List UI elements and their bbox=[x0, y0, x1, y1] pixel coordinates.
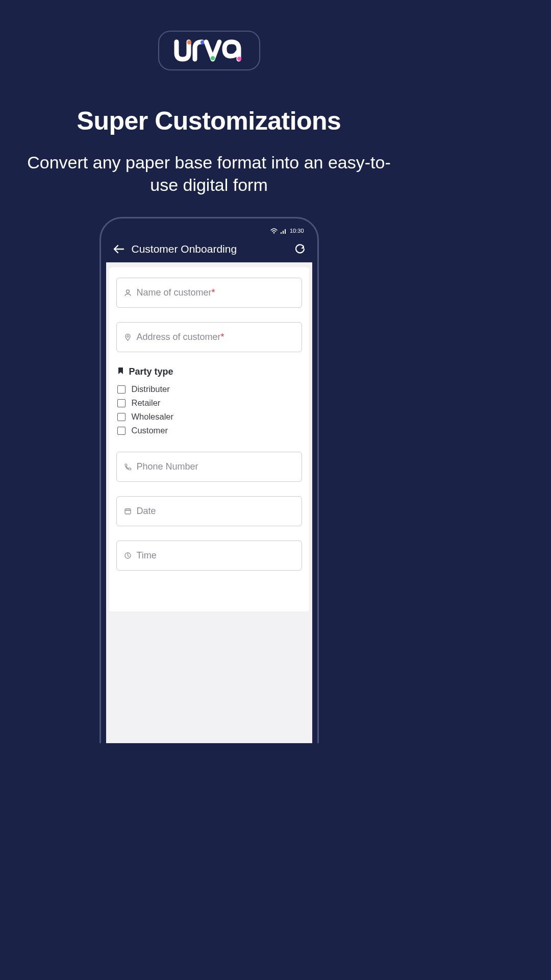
phone-field[interactable]: Phone Number bbox=[116, 452, 302, 482]
party-type-option-customer[interactable]: Customer bbox=[117, 424, 302, 437]
phone-screen: 10:30 Customer Onboarding bbox=[106, 224, 312, 743]
status-bar: 10:30 bbox=[106, 224, 312, 238]
party-type-option-retailer[interactable]: Retailer bbox=[117, 396, 302, 410]
svg-rect-6 bbox=[283, 231, 284, 234]
wifi-icon bbox=[270, 228, 278, 234]
svg-rect-7 bbox=[285, 229, 286, 234]
back-button[interactable] bbox=[113, 244, 124, 254]
time-field[interactable]: Time bbox=[116, 541, 302, 571]
checkbox-icon bbox=[117, 427, 126, 435]
screen-title: Customer Onboarding bbox=[132, 243, 288, 255]
app-header: Customer Onboarding bbox=[106, 238, 312, 262]
phone-placeholder: Phone Number bbox=[137, 461, 198, 472]
urva-logo-icon bbox=[173, 39, 245, 62]
status-time: 10:30 bbox=[290, 228, 304, 234]
option-label: Customer bbox=[132, 426, 168, 435]
hero-subheadline: Convert any paper base format into an ea… bbox=[0, 151, 418, 196]
option-label: Wholesaler bbox=[132, 412, 174, 422]
svg-rect-10 bbox=[125, 509, 131, 514]
hero-headline: Super Customizations bbox=[0, 106, 418, 136]
refresh-icon bbox=[295, 244, 305, 254]
svg-point-8 bbox=[126, 290, 129, 293]
party-type-header: Party type bbox=[116, 366, 302, 377]
address-field[interactable]: Address of customer* bbox=[116, 322, 302, 352]
option-label: Distributer bbox=[132, 384, 170, 394]
svg-point-0 bbox=[187, 40, 191, 44]
svg-point-3 bbox=[237, 57, 241, 61]
location-icon bbox=[124, 333, 132, 341]
party-type-option-distributer[interactable]: Distributer bbox=[117, 382, 302, 396]
checkbox-icon bbox=[117, 385, 126, 394]
checkbox-icon bbox=[117, 399, 126, 407]
time-placeholder: Time bbox=[137, 550, 157, 561]
refresh-button[interactable] bbox=[295, 244, 305, 254]
back-arrow-icon bbox=[113, 244, 124, 254]
svg-rect-5 bbox=[281, 232, 282, 234]
bookmark-icon bbox=[117, 367, 124, 377]
svg-point-9 bbox=[127, 335, 128, 337]
checkbox-icon bbox=[117, 413, 126, 421]
person-icon bbox=[124, 289, 132, 297]
svg-point-4 bbox=[273, 233, 274, 234]
brand-logo bbox=[158, 31, 260, 70]
form-container: Name of customer* Address of customer* bbox=[106, 262, 312, 743]
date-placeholder: Date bbox=[137, 506, 156, 517]
name-placeholder: Name of customer* bbox=[137, 287, 215, 298]
svg-point-2 bbox=[211, 56, 215, 60]
signal-icon bbox=[280, 228, 287, 234]
form-card: Name of customer* Address of customer* bbox=[109, 267, 309, 611]
party-type-option-wholesaler[interactable]: Wholesaler bbox=[117, 410, 302, 424]
clock-icon bbox=[124, 552, 132, 559]
address-placeholder: Address of customer* bbox=[137, 332, 224, 342]
logo-container bbox=[0, 0, 418, 70]
option-label: Retailer bbox=[132, 398, 161, 408]
name-field[interactable]: Name of customer* bbox=[116, 278, 302, 308]
party-type-label: Party type bbox=[129, 366, 173, 377]
phone-icon bbox=[124, 463, 132, 471]
party-type-options: Distributer Retailer Wholesaler Customer bbox=[116, 382, 302, 437]
date-field[interactable]: Date bbox=[116, 496, 302, 526]
calendar-icon bbox=[124, 507, 132, 515]
phone-frame: 10:30 Customer Onboarding bbox=[99, 217, 319, 743]
